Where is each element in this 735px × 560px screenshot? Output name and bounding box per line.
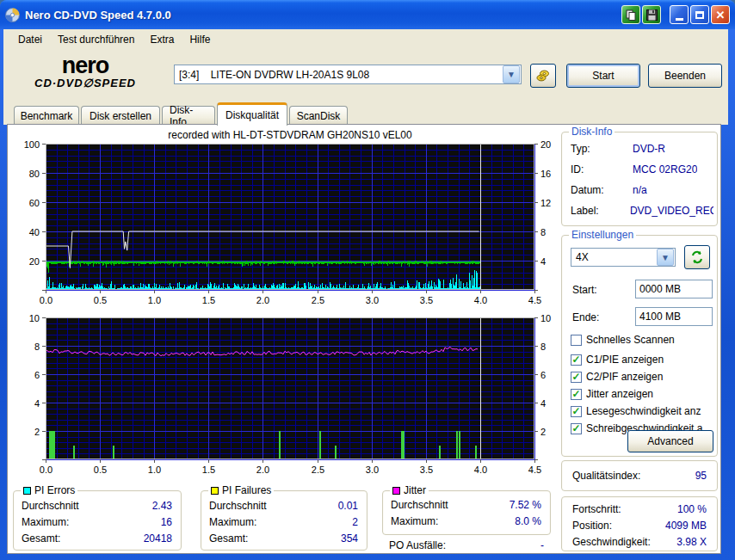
tab-scandisk[interactable]: ScanDisk: [289, 106, 348, 125]
menu-test-durchfuehren[interactable]: Test durchführen: [50, 31, 142, 48]
svg-text:4: 4: [540, 256, 546, 267]
checkbox-c1-pie[interactable]: ✓ C1/PIE anzeigen: [571, 354, 715, 366]
settings-group: Einstellungen 4X ▼ Start: Ende: ✓ Schnel…: [561, 235, 718, 457]
maximize-button[interactable]: [690, 5, 709, 24]
disk-info-id-value: MCC 02RG20: [633, 163, 697, 175]
app-icon: [5, 8, 20, 22]
checkbox-label: Schnelles Scannen: [586, 334, 675, 346]
svg-text:2.0: 2.0: [256, 295, 269, 305]
eject-discs-icon: [536, 69, 550, 83]
menu-hilfe[interactable]: Hilfe: [182, 31, 218, 48]
svg-text:6: 6: [34, 370, 40, 380]
disk-info-typ-value: DVD-R: [633, 143, 665, 155]
menu-datei[interactable]: Datei: [10, 31, 50, 48]
stat-value: 354: [341, 532, 358, 545]
minimize-button[interactable]: [670, 5, 689, 24]
pi-failures-swatch: [211, 487, 219, 495]
pi-errors-swatch: [23, 487, 31, 495]
stat-label: Maximum:: [22, 516, 69, 528]
svg-text:0.0: 0.0: [40, 465, 52, 475]
svg-text:4.0: 4.0: [474, 465, 487, 475]
copy-chart-button[interactable]: [621, 5, 640, 24]
svg-text:2.0: 2.0: [256, 465, 269, 475]
disk-info-group: Disk-Info Typ: DVD-R ID: MCC 02RG20 Datu…: [561, 132, 718, 226]
copy-icon: [626, 9, 636, 21]
checkbox-icon: ✓: [571, 335, 582, 346]
svg-text:20: 20: [540, 139, 551, 150]
tab-disk-erstellen[interactable]: Disk erstellen: [81, 106, 160, 125]
svg-text:3.0: 3.0: [366, 295, 379, 305]
svg-text:10: 10: [540, 313, 551, 323]
close-icon: ✕: [716, 9, 726, 21]
position-label: Position:: [572, 520, 612, 532]
close-button[interactable]: ✕: [711, 5, 730, 24]
checkbox-schnelles-scannen[interactable]: ✓ Schnelles Scannen: [571, 334, 715, 346]
tab-diskqualitaet[interactable]: Diskqualität: [217, 102, 287, 126]
stat-value: 7.52 %: [510, 499, 541, 511]
advanced-button[interactable]: Advanced: [627, 430, 713, 452]
save-chart-button[interactable]: [642, 5, 661, 24]
pi-failures-stats-box: PI Failures Durchschnitt 0.01 Maximum: 2…: [201, 490, 368, 551]
svg-text:0.5: 0.5: [94, 295, 107, 305]
minimize-icon: [676, 18, 683, 21]
scan-speed-select[interactable]: 4X ▼: [571, 248, 676, 267]
scan-start-input[interactable]: [635, 280, 713, 298]
checkbox-icon: ✓: [571, 423, 582, 434]
refresh-button[interactable]: [684, 245, 710, 269]
title-bar: Nero CD-DVD Speed 4.7.0.0 ✕: [0, 0, 735, 29]
disk-info-id-label: ID:: [571, 163, 633, 175]
svg-text:2.5: 2.5: [312, 295, 324, 305]
window-title: Nero CD-DVD Speed 4.7.0.0: [25, 9, 620, 22]
checkbox-jitter[interactable]: ✓ Jitter anzeigen: [571, 388, 715, 400]
svg-text:6: 6: [540, 370, 546, 380]
scan-start-label: Start:: [572, 284, 597, 296]
quality-index-value: 95: [695, 470, 707, 482]
svg-text:60: 60: [29, 198, 40, 208]
checkbox-label: C2/PIF anzeigen: [586, 371, 663, 383]
scan-end-label: Ende:: [572, 311, 599, 323]
scan-end-input[interactable]: [635, 307, 713, 326]
quit-button[interactable]: Beenden: [648, 64, 722, 88]
checkbox-label: C1/PIE anzeigen: [586, 354, 664, 366]
pi-failures-title: PI Failures: [222, 484, 271, 496]
stat-label: Durchschnitt: [391, 499, 448, 511]
scan-speed-value: 4X: [571, 251, 656, 263]
chevron-down-icon[interactable]: ▼: [657, 249, 674, 266]
settings-title: Einstellungen: [569, 229, 636, 241]
svg-text:8: 8: [540, 342, 546, 352]
disk-info-label-label: Label:: [571, 205, 630, 217]
svg-text:80: 80: [29, 169, 40, 179]
menu-extra[interactable]: Extra: [142, 31, 182, 48]
po-failures-value: -: [540, 539, 544, 551]
tab-benchmark[interactable]: Benchmark: [14, 106, 79, 125]
drive-select-value: [3:4] LITE-ON DVDRW LH-20A1S 9L08: [175, 69, 502, 81]
svg-text:4: 4: [34, 398, 40, 409]
eject-button[interactable]: [530, 64, 556, 88]
svg-text:4: 4: [540, 398, 546, 409]
disk-info-datum-label: Datum:: [571, 184, 633, 196]
progress-label: Fortschritt:: [572, 503, 621, 515]
svg-text:1.5: 1.5: [202, 295, 215, 305]
svg-text:16: 16: [540, 169, 551, 179]
checkbox-lesegeschwindigkeit[interactable]: ✓ Lesegeschwindigkeit anz: [571, 405, 715, 417]
pi-errors-stats-box: PI Errors Durchschnitt 2.43 Maximum: 16 …: [13, 490, 182, 551]
stat-value: 20418: [144, 532, 172, 545]
svg-text:1.5: 1.5: [202, 465, 215, 475]
pi-errors-title: PI Errors: [34, 484, 75, 496]
svg-text:12: 12: [540, 198, 551, 208]
tab-disk-info[interactable]: Disk-Info: [162, 106, 215, 125]
chevron-down-icon[interactable]: ▼: [503, 65, 520, 83]
stat-label: Gesamt:: [22, 532, 60, 545]
svg-text:20: 20: [29, 256, 40, 267]
quality-index-label: Qualitätsindex:: [572, 470, 640, 482]
disk-info-title: Disk-Info: [569, 126, 615, 138]
svg-text:3.5: 3.5: [420, 465, 433, 475]
stat-value: 0.01: [338, 500, 358, 512]
stat-label: Maximum:: [391, 515, 438, 527]
drive-select[interactable]: [3:4] LITE-ON DVDRW LH-20A1S 9L08 ▼: [174, 65, 522, 84]
checkbox-c2-pif[interactable]: ✓ C2/PIF anzeigen: [571, 371, 715, 383]
maximize-icon: [695, 11, 704, 19]
checkbox-icon: ✓: [571, 406, 582, 417]
start-button[interactable]: Start: [566, 64, 640, 88]
diskqualitaet-page: 20406080100481216200.00.51.01.52.02.53.0…: [7, 124, 721, 554]
